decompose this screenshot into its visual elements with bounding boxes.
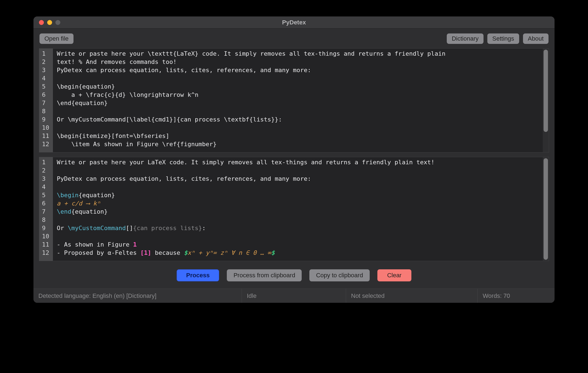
output-gutter: 1 2 3 4 5 6 7 8 9 10 11 12 xyxy=(39,157,53,261)
maximize-icon[interactable] xyxy=(55,20,60,25)
minimize-icon[interactable] xyxy=(47,20,52,25)
process-from-clipboard-button[interactable]: Process from clipboard xyxy=(227,269,302,281)
input-editor[interactable]: 1 2 3 4 5 6 7 8 9 10 11 12 Write or past… xyxy=(39,48,549,152)
toolbar: Open file Dictionary Settings About xyxy=(33,29,555,47)
dictionary-button[interactable]: Dictionary xyxy=(447,33,484,44)
output-editor[interactable]: 1 2 3 4 5 6 7 8 9 10 11 12 Write or past… xyxy=(39,157,549,261)
output-scroll-thumb[interactable] xyxy=(544,158,548,260)
output-code[interactable]: Write or paste here your LaTeX code. It … xyxy=(53,157,543,261)
window-title: PyDetex xyxy=(33,19,555,26)
output-scrollbar[interactable] xyxy=(543,157,549,261)
input-scroll-thumb[interactable] xyxy=(544,50,548,132)
input-code[interactable]: Write or paste here your \texttt{LaTeX} … xyxy=(53,49,543,152)
status-selection: Not selected xyxy=(346,289,478,303)
input-scrollbar[interactable] xyxy=(543,49,549,152)
status-words: Words: 70 xyxy=(478,289,555,303)
about-button[interactable]: About xyxy=(523,33,549,44)
copy-to-clipboard-button[interactable]: Copy to clipboard xyxy=(309,269,369,281)
statusbar: Detected language: English (en) [Diction… xyxy=(33,289,555,303)
status-state: Idle xyxy=(242,289,346,303)
settings-button[interactable]: Settings xyxy=(487,33,519,44)
close-icon[interactable] xyxy=(39,20,44,25)
clear-button[interactable]: Clear xyxy=(377,269,412,281)
open-file-button[interactable]: Open file xyxy=(39,33,74,44)
traffic-lights xyxy=(33,20,60,25)
app-window: PyDetex Open file Dictionary Settings Ab… xyxy=(33,16,555,303)
action-row: Process Process from clipboard Copy to c… xyxy=(33,261,555,289)
process-button[interactable]: Process xyxy=(177,269,219,281)
status-language: Detected language: English (en) [Diction… xyxy=(33,289,242,303)
input-gutter: 1 2 3 4 5 6 7 8 9 10 11 12 xyxy=(39,49,53,152)
titlebar: PyDetex xyxy=(33,16,555,29)
